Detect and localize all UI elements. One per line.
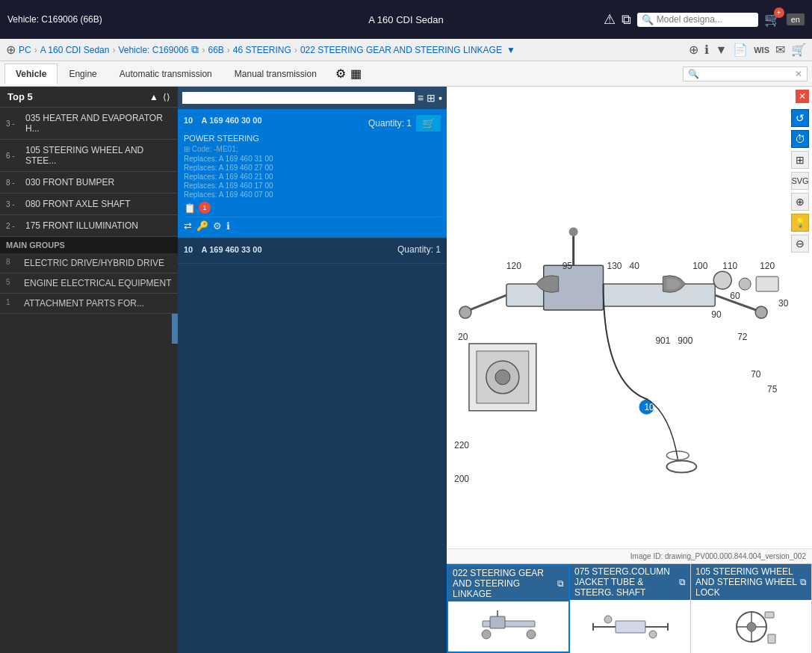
list-view-icon[interactable]: ≡ (418, 92, 424, 104)
clear-tab-search-icon[interactable]: ✕ (795, 69, 802, 79)
zoom-in-bc-icon[interactable]: ⊕ (689, 43, 698, 57)
part-item-1[interactable]: 10 A 169 460 33 00 Quantity: 1 (178, 238, 447, 264)
breadcrumb-steering[interactable]: 46 STEERING (233, 45, 291, 55)
breadcrumb-tools: ⊕ ℹ ▼ 📄 WIS ✉ 🛒 (689, 43, 806, 57)
sidebar-label-030: 030 FRONT BUMPER (25, 177, 114, 188)
sidebar-label-105: 105 STEERING WHEEL AND STEE... (25, 145, 172, 166)
sidebar-expand-icon[interactable]: ⟨⟩ (163, 92, 170, 102)
tab-automatic[interactable]: Automatic transmission (108, 64, 223, 84)
sidebar-item-030[interactable]: 8 - 030 FRONT BUMPER (0, 172, 178, 194)
diagram-zoom-in-icon[interactable]: ⊕ (791, 193, 809, 211)
svg-point-41 (527, 630, 536, 639)
svg-text:40: 40 (630, 261, 640, 271)
info-bc-icon[interactable]: ℹ (704, 43, 709, 57)
thumbnail-105[interactable]: 105 STEERING WHEEL AND STEERING WHEEL LO… (691, 564, 812, 653)
parts-list-header: ≡ ⊞ ▪ (178, 87, 447, 109)
doc-bc-icon[interactable]: 📄 (733, 43, 748, 57)
sidebar-item-105[interactable]: 6 - 105 STEERING WHEEL AND STEE... (0, 140, 178, 172)
sidebar-item-175[interactable]: 2 - 175 FRONT ILLUMINATION (0, 215, 178, 237)
wis-bc-icon[interactable]: WIS (754, 46, 769, 55)
svg-text:100: 100 (692, 261, 707, 271)
svg-text:120: 120 (760, 261, 775, 271)
zoom-in-icon[interactable]: ⊕ (6, 43, 16, 57)
vehicle-copy-icon[interactable]: ⧉ (191, 43, 199, 56)
diagram-refresh-icon[interactable]: ↺ (791, 109, 809, 127)
model-label: A 160 CDI Sedan (276, 14, 536, 25)
sidebar: Top 5 ▲ ⟨⟩ 3 - 035 HEATER AND EVAPORATOR… (0, 87, 178, 653)
svg-text:95: 95 (562, 261, 573, 271)
breadcrumb-vehicle[interactable]: Vehicle: C169006 (118, 45, 188, 55)
key-icon[interactable]: 🔑 (196, 220, 208, 232)
svg-point-50 (649, 631, 657, 638)
thumbnails-bar: 022 STEERING GEAR AND STEERING LINKAGE ⧉ (447, 563, 812, 653)
tab-vehicle[interactable]: Vehicle (4, 64, 58, 84)
sidebar-item-080[interactable]: 3 - 080 FRONT AXLE SHAFT (0, 194, 178, 215)
diagram-bulb-icon[interactable]: 💡 (791, 214, 809, 232)
cart-bc-icon[interactable]: 🛒 (791, 43, 806, 57)
sidebar-item-035[interactable]: 3 - 035 HEATER AND EVAPORATOR H... (0, 108, 178, 140)
settings-part-icon[interactable]: ⚙ (213, 220, 222, 232)
breadcrumb-022[interactable]: 022 STEERING GEAR AND STEERING LINKAGE (300, 45, 502, 55)
svg-point-49 (604, 616, 612, 623)
tab-search-input[interactable] (702, 69, 792, 79)
diagram-zoom-fit-icon[interactable]: ⊞ (791, 151, 809, 169)
vehicle-label: Vehicle: C169006 (66B) (7, 14, 268, 25)
copy-icon[interactable]: ⧉ (622, 12, 631, 28)
svg-point-13 (713, 271, 731, 289)
diagram-info-icon[interactable]: SVG (791, 172, 809, 190)
cart-badge: + (774, 7, 784, 18)
sidebar-collapse-icon[interactable]: ▲ (149, 92, 158, 102)
svg-text:75: 75 (767, 384, 778, 394)
image-view-icon[interactable]: ⊞ (427, 92, 436, 104)
thumbnail-022[interactable]: 022 STEERING GEAR AND STEERING LINKAGE ⧉ (447, 564, 570, 653)
tab-search-box: 🔍 ✕ (683, 66, 808, 81)
sidebar-num-035: 3 - (6, 120, 21, 128)
tab-manual[interactable]: Manual transmission (223, 64, 328, 84)
part-number-1: A 169 460 33 00 (202, 245, 262, 254)
thumbnail-ext-022[interactable]: ⧉ (557, 578, 564, 589)
breadcrumb-66b[interactable]: 66B (208, 45, 223, 55)
diagram-zoom-out-icon[interactable]: ⊖ (791, 235, 809, 253)
thumbnail-view-icon[interactable]: ▪ (438, 92, 442, 104)
parts-search-input[interactable] (182, 92, 415, 104)
language-badge[interactable]: en (787, 13, 805, 25)
doc-icon-part[interactable]: 📋 (184, 202, 196, 214)
part-qty-0: Quantity: 1 🛒 (368, 115, 441, 131)
part-pos-1: 10 (184, 245, 193, 254)
part-number-0: A 169 460 30 00 (202, 116, 262, 125)
main-groups-title: Main groups (0, 237, 178, 253)
breadcrumb-model[interactable]: A 160 CDI Sedan (40, 45, 110, 55)
sidebar-label-035: 035 HEATER AND EVAPORATOR H... (25, 113, 172, 134)
thumbnail-ext-105[interactable]: ⧉ (800, 577, 807, 587)
part-actions-0: ⇄ 🔑 ⚙ ℹ (184, 217, 441, 232)
breadcrumb-pc[interactable]: PC (19, 45, 31, 55)
settings-icon[interactable]: ⚙ (335, 66, 346, 81)
diagram-close-button[interactable]: ✕ (796, 90, 809, 103)
swap-icon[interactable]: ⇄ (184, 220, 192, 232)
diagram-svg: 120 110 100 120 901 900 60 130 20 95 40 … (447, 87, 812, 548)
sidebar-main-electric[interactable]: 8 ELECTRIC DRIVE/HYBRID DRIVE (0, 253, 178, 273)
grid-icon[interactable]: ▦ (350, 66, 362, 81)
part-item-0[interactable]: 10 A 169 460 30 00 Quantity: 1 🛒 POWER S… (178, 109, 447, 238)
sidebar-num-080: 3 - (6, 200, 21, 208)
thumbnail-ext-075[interactable]: ⧉ (679, 577, 686, 587)
breadcrumb: ⊕ PC › A 160 CDI Sedan › Vehicle: C16900… (0, 39, 812, 61)
diagram-history-icon[interactable]: ⏱ (791, 130, 809, 148)
sidebar-scrollbar (172, 314, 178, 344)
mail-bc-icon[interactable]: ✉ (775, 43, 785, 57)
warning-icon[interactable]: ⚠ (604, 11, 616, 28)
model-search-input[interactable] (657, 14, 754, 25)
tab-engine[interactable]: Engine (58, 64, 108, 84)
info-part-icon[interactable]: ℹ (226, 220, 230, 232)
svg-text:70: 70 (751, 369, 761, 380)
svg-point-14 (739, 278, 751, 290)
search-icon-top: 🔍 (642, 14, 654, 25)
sidebar-main-attachment[interactable]: 1 ATTACHMENT PARTS FOR... (0, 294, 178, 314)
add-to-cart-0[interactable]: 🛒 (416, 115, 441, 131)
filter-bc-icon[interactable]: ▼ (715, 43, 727, 57)
sidebar-main-engine[interactable]: 5 ENGINE ELECTRICAL EQUIPMENT (0, 273, 178, 294)
sidebar-header: Top 5 ▲ ⟨⟩ (0, 87, 178, 108)
dropdown-icon[interactable]: ▼ (506, 45, 515, 55)
thumbnail-075[interactable]: 075 STEERG.COLUMN JACKET TUBE & STEERG. … (570, 564, 691, 653)
sidebar-num-175: 2 - (6, 222, 21, 230)
